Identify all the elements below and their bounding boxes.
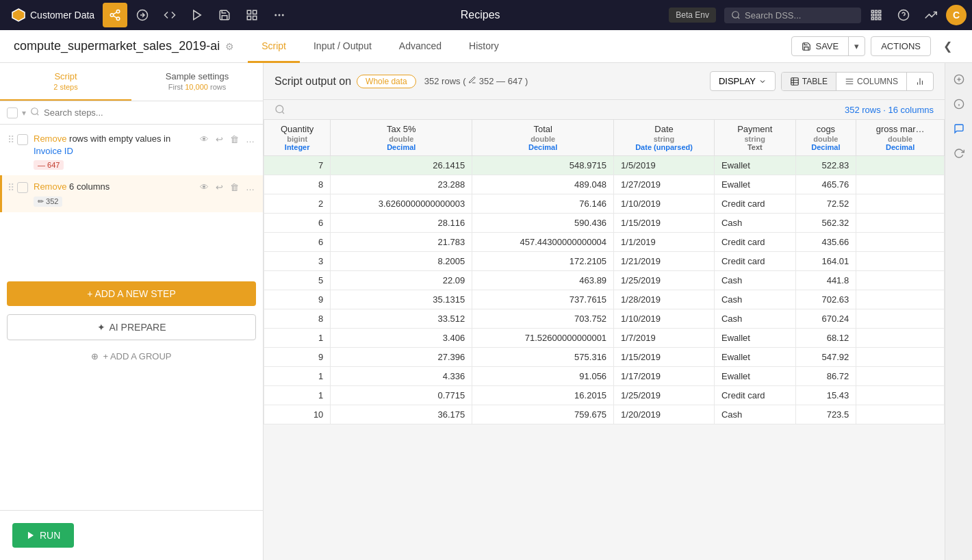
dropdown-arrow[interactable]: ▾ (22, 108, 26, 118)
dashboard-icon[interactable] (240, 3, 264, 27)
table-cell (856, 252, 945, 271)
save-button[interactable]: SAVE (792, 37, 849, 55)
app-logo[interactable]: Customer Data (5, 8, 100, 23)
tab-script[interactable]: Script (248, 30, 300, 63)
output-header: Script output on Whole data 352 rows ( 3… (264, 63, 945, 100)
left-tab-script[interactable]: Script 2 steps (0, 63, 131, 101)
run-button[interactable]: RUN (12, 523, 74, 548)
select-all-box[interactable] (7, 107, 18, 118)
table-cell: 1/28/2019 (614, 290, 715, 309)
whole-data-badge[interactable]: Whole data (357, 75, 416, 88)
run-icon[interactable] (185, 3, 209, 27)
select-all-checkbox[interactable]: ▾ (7, 107, 26, 118)
col-name-tax: Tax 5% (337, 124, 465, 134)
transform-icon[interactable] (130, 3, 155, 27)
table-cell: 1/27/2019 (614, 175, 715, 194)
table-cell (856, 233, 945, 252)
col-header-tax[interactable]: Tax 5% double Decimal (331, 120, 472, 156)
step-item-1[interactable]: ⠿ Remove rows with empty values in Invoi… (0, 127, 263, 175)
svg-point-27 (31, 108, 38, 114)
tab-input-output[interactable]: Input / Output (300, 30, 385, 63)
step-search-bar[interactable]: ▾ (0, 101, 263, 125)
step-item-2[interactable]: ⠿ Remove 6 columns ✏ 352 👁 ↩ 🗑 … (0, 175, 263, 212)
add-group-button[interactable]: ⊕ + ADD A GROUP (0, 346, 263, 367)
user-avatar[interactable]: C (946, 5, 967, 25)
share-icon[interactable] (103, 3, 127, 27)
col-type-tax: double (337, 135, 465, 143)
step-reset-1[interactable]: ↩ (214, 133, 225, 146)
recipe-name: compute_supermarket_sales_2019-ai ⚙ (14, 39, 234, 53)
code-icon[interactable] (157, 3, 182, 27)
add-group-label: + ADD A GROUP (103, 351, 171, 361)
view-chart-button[interactable] (907, 73, 933, 90)
step-eye-1[interactable]: 👁 (199, 133, 210, 146)
step-delete-1[interactable]: 🗑 (229, 133, 240, 146)
col-header-payment[interactable]: Payment string Text (714, 120, 795, 156)
table-cell: 9 (264, 290, 331, 309)
step-more-2[interactable]: … (244, 181, 256, 194)
recipe-settings-icon[interactable]: ⚙ (225, 41, 234, 52)
col-header-quantity[interactable]: Quantity bigint Integer (264, 120, 331, 156)
col-header-total[interactable]: Total double Decimal (472, 120, 614, 156)
table-cell: 465.76 (795, 175, 856, 194)
cols-display-count[interactable]: 16 columns (888, 105, 934, 115)
analytics-icon[interactable] (919, 3, 943, 27)
view-columns-button[interactable]: COLUMNS (836, 73, 907, 90)
grid-icon[interactable] (864, 3, 888, 27)
table-cell (856, 175, 945, 194)
table-search-icon[interactable] (274, 104, 285, 115)
col-subtype-payment[interactable]: Text (721, 143, 789, 151)
tab-advanced[interactable]: Advanced (385, 30, 455, 63)
add-step-button[interactable]: + ADD A NEW STEP (7, 281, 256, 306)
step-checkbox-2[interactable] (17, 182, 28, 193)
svg-rect-20 (875, 14, 878, 16)
search-steps-input[interactable] (44, 107, 256, 118)
col-header-date[interactable]: Date string Date (unparsed) (614, 120, 715, 156)
save-nav-icon[interactable] (212, 3, 237, 27)
col-subtype-cogs[interactable]: Decimal (803, 143, 849, 151)
tab-history[interactable]: History (455, 30, 513, 63)
left-tab-sample[interactable]: Sample settings First 10,000 rows (131, 63, 263, 101)
save-dropdown-button[interactable]: ▾ (849, 37, 865, 55)
collapse-button[interactable]: ❮ (936, 36, 958, 58)
more-icon[interactable] (267, 3, 292, 27)
ai-prepare-button[interactable]: ✦ AI PREPARE (7, 314, 256, 340)
col-header-grossmar[interactable]: gross mar… double Decimal (856, 120, 945, 156)
sidebar-chat-icon[interactable] (948, 118, 970, 140)
table-row: 23.626000000000000376.1461/10/2019Credit… (264, 194, 945, 214)
step-reset-2[interactable]: ↩ (214, 181, 225, 194)
col-subtype-tax[interactable]: Decimal (337, 143, 465, 151)
display-button[interactable]: DISPLAY (710, 71, 776, 91)
col-header-cogs[interactable]: cogs double Decimal (795, 120, 856, 156)
drag-handle-2[interactable]: ⠿ (8, 181, 14, 193)
sidebar-plus-icon[interactable] (948, 68, 970, 90)
col-subtype-date[interactable]: Date (unparsed) (621, 143, 707, 151)
table-cell: 8 (264, 309, 331, 329)
drag-handle-1[interactable]: ⠿ (8, 133, 14, 145)
sidebar-info-icon[interactable] (948, 93, 970, 115)
table-cell: Credit card (714, 194, 795, 214)
col-subtype-quantity[interactable]: Integer (271, 143, 323, 151)
search-bar[interactable]: Search DSS... (724, 8, 861, 23)
actions-button[interactable]: ACTIONS (871, 36, 931, 56)
step-desc-2: 6 columns (69, 181, 110, 192)
col-subtype-grossmar[interactable]: Decimal (863, 143, 937, 151)
help-icon[interactable] (891, 3, 916, 27)
svg-rect-22 (871, 18, 873, 20)
rows-from: 352 (479, 76, 496, 86)
view-table-button[interactable]: TABLE (782, 73, 836, 90)
table-cell: 68.12 (795, 329, 856, 348)
step-more-1[interactable]: … (244, 133, 256, 146)
table-cell: Credit card (714, 233, 795, 252)
step-delete-2[interactable]: 🗑 (229, 181, 240, 194)
table-row: 621.783457.443000000000041/1/2019Credit … (264, 233, 945, 252)
col-subtype-total[interactable]: Decimal (479, 143, 606, 151)
step-actions-2: 👁 ↩ 🗑 … (199, 181, 256, 194)
data-table-container[interactable]: Quantity bigint Integer Tax 5% double De… (264, 119, 945, 560)
step-eye-2[interactable]: 👁 (199, 181, 210, 194)
step-badge-1: — 647 (34, 160, 64, 170)
sidebar-refresh-icon[interactable] (948, 142, 970, 164)
step-checkbox-1[interactable] (17, 134, 28, 145)
beta-env-badge[interactable]: Beta Env (669, 8, 716, 23)
table-cell: 1/20/2019 (614, 405, 715, 424)
